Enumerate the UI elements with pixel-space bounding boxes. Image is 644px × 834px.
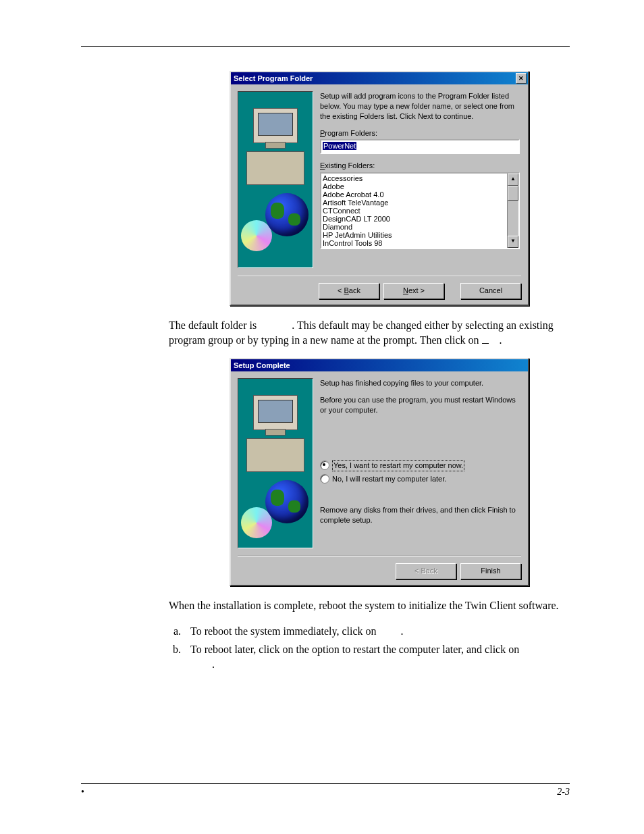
- program-folders-label: Program Folders:: [320, 128, 520, 138]
- paragraph: When the installation is complete, reboo…: [169, 598, 570, 613]
- page-number: 2-3: [557, 787, 570, 798]
- titlebar: Setup Complete: [231, 359, 528, 371]
- page-footer: • 2-3: [81, 783, 570, 798]
- list-item[interactable]: Adobe: [323, 182, 506, 190]
- radio-label: Yes, I want to restart my computer now.: [332, 460, 464, 471]
- paragraph: The default folder is . This default may…: [169, 318, 570, 347]
- radio-label: No, I will restart my computer later.: [332, 474, 446, 484]
- close-icon[interactable]: ✕: [516, 73, 527, 84]
- dialog-setup-complete: Setup Complete Setup has finished copyin…: [230, 358, 529, 586]
- scroll-down-icon[interactable]: ▼: [508, 236, 518, 248]
- dialog-select-program-folder: Select Program Folder ✕ Setup will add p…: [230, 71, 529, 306]
- list-item[interactable]: Diamond: [323, 223, 506, 231]
- list-item[interactable]: HP JetAdmin Utilities: [323, 231, 506, 239]
- wizard-graphic: [238, 378, 313, 548]
- radio-restart-later[interactable]: No, I will restart my computer later.: [320, 474, 520, 484]
- dialog-intro: Setup will add program icons to the Prog…: [320, 91, 520, 122]
- text-line: Before you can use the program, you must…: [320, 395, 520, 415]
- list-item[interactable]: Artisoft TeleVantage: [323, 199, 506, 207]
- existing-folders-listbox[interactable]: Accessories Adobe Adobe Acrobat 4.0 Arti…: [320, 172, 520, 249]
- list-item-b: To reboot later, click on the option to …: [186, 642, 570, 671]
- list-item[interactable]: Adobe Acrobat 4.0: [323, 190, 506, 199]
- radio-icon[interactable]: [320, 461, 329, 470]
- scrollbar[interactable]: ▲ ▼: [507, 174, 518, 248]
- footer-separator: •: [81, 787, 84, 798]
- list-item[interactable]: DesignCAD LT 2000: [323, 215, 506, 223]
- titlebar[interactable]: Select Program Folder ✕: [231, 72, 528, 84]
- program-folder-input[interactable]: PowerNet: [320, 139, 520, 154]
- radio-icon[interactable]: [320, 474, 329, 484]
- list-item[interactable]: CTConnect: [323, 207, 506, 215]
- dialog-title: Setup Complete: [234, 361, 290, 371]
- scroll-thumb[interactable]: [508, 186, 518, 201]
- next-button[interactable]: Next >: [383, 283, 444, 299]
- scroll-up-icon[interactable]: ▲: [508, 174, 518, 186]
- list-item-a: To reboot the system immediately, click …: [186, 624, 570, 639]
- cancel-button[interactable]: Cancel: [460, 283, 521, 299]
- dialog-title: Select Program Folder: [234, 74, 313, 84]
- radio-restart-now[interactable]: Yes, I want to restart my computer now.: [320, 460, 520, 471]
- text-line: Setup has finished copying files to your…: [320, 378, 520, 388]
- program-folder-value: PowerNet: [323, 142, 356, 150]
- list-item[interactable]: InControl Tools 98: [323, 239, 506, 247]
- existing-folders-label: Existing Folders:: [320, 161, 520, 171]
- text-line: Remove any disks from their drives, and …: [320, 505, 520, 525]
- top-rule: [81, 46, 570, 47]
- list-item[interactable]: Accessories: [323, 174, 506, 182]
- wizard-graphic: [238, 91, 313, 268]
- back-button[interactable]: < Back: [319, 283, 379, 299]
- finish-button[interactable]: Finish: [460, 563, 521, 579]
- back-button: < Back: [396, 563, 456, 579]
